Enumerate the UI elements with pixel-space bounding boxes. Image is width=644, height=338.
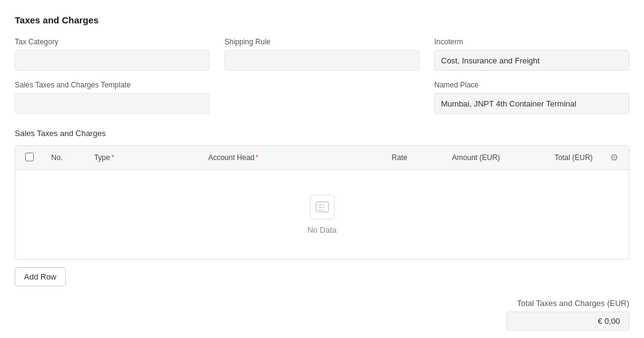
sales-taxes-template-label: Sales Taxes and Charges Template — [15, 81, 210, 89]
total-section: Total Taxes and Charges (EUR) € 0,00 — [15, 299, 629, 331]
checkbox-col-header — [15, 146, 44, 170]
table-subtitle: Sales Taxes and Charges — [15, 129, 629, 138]
total-col-header: Total (EUR) — [507, 146, 600, 170]
form-grid: Tax Category Shipping Rule Incoterm Cost… — [15, 38, 629, 114]
named-place-group: Named Place Mumbai, JNPT 4th Container T… — [434, 81, 629, 114]
amount-col-header: Amount (EUR) — [415, 146, 507, 170]
add-row-button[interactable]: Add Row — [15, 267, 66, 286]
type-col-header: Type* — [87, 146, 201, 170]
svg-point-6 — [323, 209, 324, 211]
section-title: Taxes and Charges — [15, 15, 629, 25]
taxes-charges-section: Taxes and Charges Tax Category Shipping … — [15, 15, 629, 331]
no-data-row: No Data — [15, 170, 629, 260]
sales-taxes-charges-container: Sales Taxes and Charges No. Type* — [15, 129, 629, 331]
spacer — [225, 81, 419, 114]
named-place-value: Mumbai, JNPT 4th Container Terminal — [434, 93, 629, 114]
svg-point-4 — [323, 207, 324, 208]
no-data-text: No Data — [40, 225, 604, 235]
select-all-checkbox[interactable] — [25, 153, 34, 161]
taxes-table-wrapper: No. Type* Account Head* Rate Amount (EUR — [15, 145, 629, 260]
total-value: € 0,00 — [506, 312, 629, 331]
svg-point-2 — [323, 204, 324, 206]
svg-rect-0 — [316, 202, 328, 212]
rate-col-header: Rate — [315, 146, 415, 170]
shipping-rule-input[interactable] — [225, 50, 419, 71]
named-place-label: Named Place — [434, 81, 629, 89]
taxes-table: No. Type* Account Head* Rate Amount (EUR — [15, 146, 629, 259]
no-data-icon — [310, 195, 335, 219]
incoterm-group: Incoterm Cost, Insurance and Freight — [434, 38, 629, 71]
total-label: Total Taxes and Charges (EUR) — [517, 299, 629, 308]
tax-category-input[interactable] — [15, 50, 210, 71]
shipping-rule-label: Shipping Rule — [225, 38, 419, 46]
settings-col-header: ⚙ — [600, 146, 629, 170]
incoterm-value: Cost, Insurance and Freight — [434, 50, 629, 71]
tax-category-group: Tax Category — [15, 38, 210, 71]
incoterm-label: Incoterm — [434, 38, 629, 46]
no-col-header: No. — [44, 146, 87, 170]
settings-icon[interactable]: ⚙ — [610, 152, 618, 163]
sales-taxes-template-input[interactable] — [15, 93, 210, 114]
tax-category-label: Tax Category — [15, 38, 210, 46]
shipping-rule-group: Shipping Rule — [225, 38, 419, 71]
sales-taxes-template-group: Sales Taxes and Charges Template — [15, 81, 210, 114]
account-head-col-header: Account Head* — [201, 146, 314, 170]
table-header-row: No. Type* Account Head* Rate Amount (EUR — [15, 146, 629, 170]
